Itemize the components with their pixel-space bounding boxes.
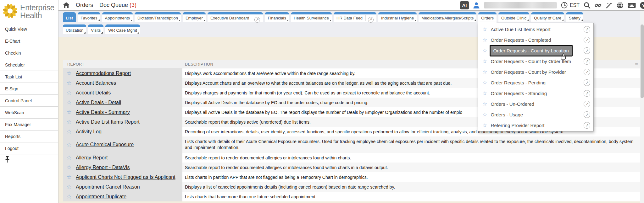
external-link-icon[interactable]: ↗ <box>584 79 590 86</box>
tab-medications-allergies-scripts[interactable]: Medications/Allergies/Scripts <box>419 12 476 22</box>
tab-safety[interactable]: Safety <box>566 12 583 22</box>
globe-icon[interactable] <box>617 2 624 9</box>
favorite-star-icon[interactable]: ☆ <box>482 27 487 32</box>
tab-financials[interactable]: Financials <box>265 12 289 22</box>
report-link-applicant-charts-not-flagged-as-is-applicant[interactable]: Applicant Charts Not Flagged as Is Appli… <box>76 174 175 180</box>
sidebar-item-control-panel[interactable]: Control Panel <box>0 95 58 107</box>
external-link-icon[interactable]: ↗ <box>368 17 374 23</box>
external-link-icon[interactable]: ↗ <box>584 37 590 43</box>
report-link-activity-log[interactable]: Activity Log <box>76 129 102 135</box>
report-link-allergy-report-datavis[interactable]: Allergy Report - DataVis <box>76 165 130 170</box>
sidebar-item-checkin[interactable]: Checkin <box>0 47 58 59</box>
search-icon[interactable] <box>584 2 591 9</box>
sidebar-item-fax-manager[interactable]: Fax Manager <box>0 119 58 131</box>
tab-utilization[interactable]: Utilization <box>63 24 86 34</box>
tab-quality-of-care[interactable]: Quality of Care <box>531 12 564 22</box>
external-link-icon[interactable]: ↗ <box>254 17 260 23</box>
external-link-icon[interactable]: ↗ <box>584 111 590 118</box>
sidebar-item-reports[interactable]: Reports <box>0 131 58 142</box>
external-link-icon[interactable]: ↗ <box>584 69 590 75</box>
favorite-star-icon[interactable]: ☆ <box>66 155 72 161</box>
favorite-star-icon[interactable]: ☆ <box>482 101 487 107</box>
favorite-star-icon[interactable]: ☆ <box>66 90 72 96</box>
tab-hr-data-feed[interactable]: HR Data Feed↗ <box>334 12 376 22</box>
sidebar-item-task-list[interactable]: Task List <box>0 71 58 83</box>
sidebar-item-webscan[interactable]: WebScan <box>0 107 58 119</box>
link-icon[interactable] <box>595 2 602 9</box>
sidebar-item-quick-view[interactable]: Quick View <box>0 23 58 35</box>
tab-outside-clinic[interactable]: Outside Clinic <box>498 12 529 22</box>
external-link-icon[interactable]: ↗ <box>584 58 590 65</box>
vertical-scrollbar[interactable] <box>640 11 644 203</box>
tab-industrial-hygiene[interactable]: Industrial Hygiene <box>378 12 417 22</box>
favorite-star-icon[interactable]: ☆ <box>482 37 487 43</box>
sidebar-item-e-chart[interactable]: E-Chart <box>0 35 58 47</box>
keyboard-icon[interactable] <box>628 3 636 8</box>
tab-executive-dashboard[interactable]: Executive Dashboard↗ <box>208 12 263 22</box>
breadcrumb-doc-queue[interactable]: Doc Queue <box>99 2 128 8</box>
help-icon[interactable]: ? <box>640 2 644 9</box>
favorite-star-icon[interactable]: ☆ <box>482 91 487 96</box>
tab-favorites[interactable]: Favorites <box>78 12 100 22</box>
tab-appointments[interactable]: Appointments <box>102 12 133 22</box>
external-link-icon[interactable]: ↗ <box>584 47 590 54</box>
favorite-star-icon[interactable]: ☆ <box>66 194 72 200</box>
report-link-active-due-list-items-report[interactable]: Active Due List Items Report <box>76 119 140 125</box>
report-link-accommodations-report[interactable]: Accommodations Report <box>76 71 131 76</box>
favorite-star-icon[interactable]: ☆ <box>482 112 487 117</box>
tab-wr-case-mgmt[interactable]: WR Case Mgmt <box>105 24 140 34</box>
tab-visits[interactable]: Visits <box>88 24 103 34</box>
orders-menu-item-orders-un-ordered[interactable]: ☆Orders - Un-Ordered↗ <box>478 99 593 109</box>
favorite-star-icon[interactable]: ☆ <box>66 99 72 105</box>
favorite-star-icon[interactable]: ☆ <box>482 69 487 75</box>
favorite-star-icon[interactable]: ☆ <box>66 184 72 190</box>
favorite-star-icon[interactable]: ☆ <box>482 80 487 85</box>
orders-menu-item-active-due-list-items-report[interactable]: ☆Active Due List Items Report↗ <box>478 24 593 35</box>
scrollbar-thumb[interactable] <box>641 24 644 98</box>
favorite-star-icon[interactable]: ☆ <box>482 48 487 53</box>
wand-icon[interactable] <box>606 2 613 9</box>
external-link-icon[interactable]: ↗ <box>584 26 590 33</box>
favorite-star-icon[interactable]: ☆ <box>66 174 72 180</box>
tab-employer[interactable]: Employer <box>183 12 206 22</box>
favorite-star-icon[interactable]: ☆ <box>66 70 72 76</box>
tab-health-surveillance[interactable]: Health Surveillance <box>291 12 332 22</box>
sidebar-pin-button[interactable] <box>0 154 58 166</box>
external-link-icon[interactable]: ↗ <box>584 122 590 129</box>
favorite-star-icon[interactable]: ☆ <box>482 123 487 128</box>
column-menu-icon[interactable]: ≡ <box>635 61 638 67</box>
report-link-acute-chemical-exposure[interactable]: Acute Chemical Exposure <box>76 142 134 147</box>
sidebar-item-e-sign[interactable]: E-Sign <box>0 83 58 95</box>
sidebar-item-logout[interactable]: Logout <box>0 142 58 154</box>
orders-menu-item-order-requests-pending[interactable]: ☆Order Requests - Pending↗ <box>478 77 593 88</box>
report-link-active-deals-detail[interactable]: Active Deals - Detail <box>76 100 121 105</box>
user-icon[interactable] <box>473 2 480 9</box>
report-link-allergy-report[interactable]: Allergy Report <box>76 155 108 161</box>
sidebar-item-scheduler[interactable]: Scheduler <box>0 59 58 71</box>
tab-dictation-transcription[interactable]: Dictation/Transcription <box>135 12 181 22</box>
orders-menu-item-order-requests-count-by-location[interactable]: ☆Order Requests - Count by Location↗ <box>478 45 593 56</box>
favorite-star-icon[interactable]: ☆ <box>66 119 72 125</box>
orders-menu-item-order-requests-standing[interactable]: ☆Order Requests - Standing↗ <box>478 88 593 99</box>
orders-menu-item-orders-usage[interactable]: ☆Orders - Usage↗ <box>478 109 593 120</box>
app-logo[interactable]: EnterpriseHealth <box>0 0 58 23</box>
favorite-star-icon[interactable]: ☆ <box>66 164 72 170</box>
orders-menu-item-order-requests-completed[interactable]: ☆Order Requests - Completed↗ <box>478 35 593 45</box>
report-link-account-details[interactable]: Account Details <box>76 90 111 96</box>
favorite-star-icon[interactable]: ☆ <box>482 59 487 64</box>
report-link-appointment-duplicate[interactable]: Appointment Duplicate <box>76 194 126 200</box>
external-link-icon[interactable]: ↗ <box>584 90 590 97</box>
report-link-account-balances[interactable]: Account Balances <box>76 80 116 86</box>
orders-menu-item-order-requests-count-by-order-item[interactable]: ☆Order Requests - Count by Order Item↗ <box>478 56 593 67</box>
report-link-active-deals-summary[interactable]: Active Deals - Summary <box>76 110 130 115</box>
favorite-star-icon[interactable]: ☆ <box>66 129 72 135</box>
favorite-star-icon[interactable]: ☆ <box>66 142 72 148</box>
favorite-star-icon[interactable]: ☆ <box>66 80 72 86</box>
orders-menu-item-order-requests-count-by-provider[interactable]: ☆Order Requests - Count by Provider↗ <box>478 67 593 77</box>
favorite-star-icon[interactable]: ☆ <box>66 109 72 115</box>
breadcrumb-orders[interactable]: Orders <box>76 2 93 8</box>
ai-badge[interactable]: AI <box>460 1 469 9</box>
external-link-icon[interactable]: ↗ <box>584 101 590 107</box>
tab-list[interactable]: List <box>63 12 76 22</box>
clock-icon[interactable] <box>561 2 568 8</box>
